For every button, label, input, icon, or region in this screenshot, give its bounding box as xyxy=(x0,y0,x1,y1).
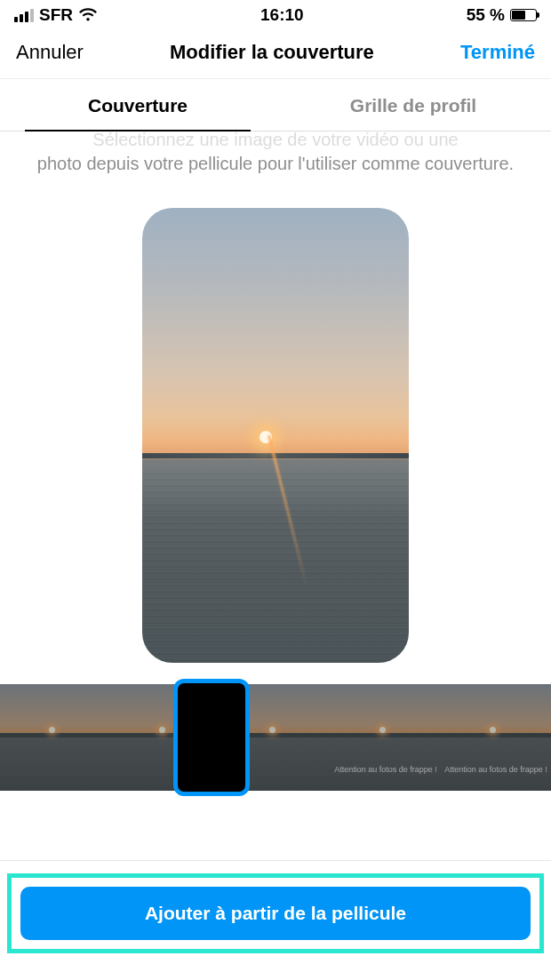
clock: 16:10 xyxy=(260,5,304,25)
add-from-camera-roll-button[interactable]: Ajouter à partir de la pellicule xyxy=(20,887,531,940)
tutorial-highlight: Ajouter à partir de la pellicule xyxy=(7,873,544,953)
tabs: Couverture Grille de profil xyxy=(0,78,551,131)
video-frame[interactable] xyxy=(0,684,110,791)
hint-text: Sélectionnez une image de votre vidéo ou… xyxy=(0,128,551,183)
cover-preview xyxy=(142,208,409,663)
page-title: Modifier la couverture xyxy=(170,41,374,64)
tab-profile-grid[interactable]: Grille de profil xyxy=(276,79,551,131)
battery-icon xyxy=(510,9,537,21)
scrubber-handle[interactable] xyxy=(173,679,250,796)
video-frame[interactable]: Attention au fotos de frappe ! xyxy=(331,684,441,791)
cellular-signal-icon xyxy=(14,9,34,22)
video-frame[interactable]: Attention au fotos de frappe ! xyxy=(441,684,551,791)
battery-percent: 55 % xyxy=(467,5,505,25)
frame-caption: Attention au fotos de frappe ! xyxy=(441,765,551,775)
hint-line-faded: Sélectionnez une image de votre vidéo ou… xyxy=(27,128,524,152)
wifi-icon xyxy=(78,8,98,22)
hint-line: photo depuis votre pellicule pour l'util… xyxy=(27,152,524,176)
frame-caption: Attention au fotos de frappe ! xyxy=(331,765,441,775)
tab-cover[interactable]: Couverture xyxy=(0,79,276,131)
status-bar: SFR 16:10 55 % xyxy=(0,0,551,28)
frame-scrubber[interactable]: Attention au fotos de frappe ! Attention… xyxy=(0,684,551,791)
carrier-label: SFR xyxy=(39,5,73,25)
nav-header: Annuler Modifier la couverture Terminé xyxy=(0,28,551,78)
cancel-button[interactable]: Annuler xyxy=(16,41,84,64)
done-button[interactable]: Terminé xyxy=(460,41,535,64)
